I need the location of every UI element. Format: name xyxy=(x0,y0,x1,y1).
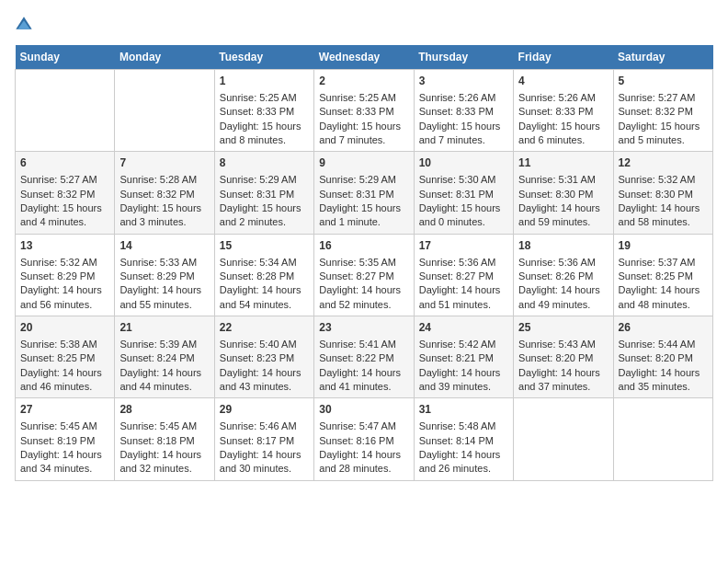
day-info: Sunset: 8:29 PM xyxy=(119,270,209,283)
day-info: Sunset: 8:30 PM xyxy=(619,188,708,201)
day-number: 24 xyxy=(419,320,508,336)
day-info: Daylight: 14 hours and 58 minutes. xyxy=(619,201,708,230)
day-info: Sunrise: 5:32 AM xyxy=(619,173,708,187)
day-info: Daylight: 14 hours and 55 minutes. xyxy=(119,283,209,312)
day-number: 17 xyxy=(419,238,508,254)
day-info: Daylight: 14 hours and 32 minutes. xyxy=(119,448,209,477)
week-row-4: 20Sunrise: 5:38 AMSunset: 8:25 PMDayligh… xyxy=(16,316,713,398)
day-number: 11 xyxy=(518,155,608,171)
calendar-cell: 6Sunrise: 5:27 AMSunset: 8:32 PMDaylight… xyxy=(16,152,115,234)
week-row-1: 1Sunrise: 5:25 AMSunset: 8:33 PMDaylight… xyxy=(16,70,713,152)
day-info: Sunset: 8:24 PM xyxy=(119,351,209,365)
calendar-cell xyxy=(613,398,712,480)
day-info: Sunrise: 5:47 AM xyxy=(319,419,408,433)
day-number: 15 xyxy=(220,238,309,254)
day-info: Sunrise: 5:45 AM xyxy=(20,419,109,433)
calendar-cell: 3Sunrise: 5:26 AMSunset: 8:33 PMDaylight… xyxy=(414,70,513,152)
calendar-cell: 18Sunrise: 5:36 AMSunset: 8:26 PMDayligh… xyxy=(514,234,613,316)
day-header-sunday: Sunday xyxy=(16,45,115,70)
day-info: Daylight: 15 hours and 8 minutes. xyxy=(220,120,309,148)
day-info: Sunset: 8:20 PM xyxy=(619,351,708,365)
day-header-monday: Monday xyxy=(115,45,214,70)
day-info: Sunset: 8:16 PM xyxy=(319,434,408,448)
day-info: Daylight: 14 hours and 54 minutes. xyxy=(220,283,309,312)
day-number: 13 xyxy=(20,238,109,254)
day-info: Sunset: 8:26 PM xyxy=(518,270,608,283)
day-info: Sunrise: 5:38 AM xyxy=(20,338,109,351)
day-info: Sunrise: 5:42 AM xyxy=(419,338,508,351)
day-info: Daylight: 14 hours and 43 minutes. xyxy=(220,366,309,395)
day-info: Sunset: 8:14 PM xyxy=(419,434,508,448)
calendar-cell: 26Sunrise: 5:44 AMSunset: 8:20 PMDayligh… xyxy=(613,316,712,398)
day-number: 14 xyxy=(119,238,209,254)
calendar-cell: 13Sunrise: 5:32 AMSunset: 8:29 PMDayligh… xyxy=(16,234,115,316)
calendar-table: SundayMondayTuesdayWednesdayThursdayFrid… xyxy=(15,45,713,481)
day-info: Sunrise: 5:33 AM xyxy=(119,256,209,270)
day-info: Sunset: 8:19 PM xyxy=(20,434,109,448)
day-number: 8 xyxy=(220,155,309,171)
day-info: Sunset: 8:29 PM xyxy=(20,270,109,283)
day-info: Daylight: 14 hours and 46 minutes. xyxy=(20,366,109,395)
day-info: Daylight: 15 hours and 3 minutes. xyxy=(119,201,209,230)
day-number: 25 xyxy=(518,320,608,336)
calendar-cell: 8Sunrise: 5:29 AMSunset: 8:31 PMDaylight… xyxy=(214,152,313,234)
week-row-2: 6Sunrise: 5:27 AMSunset: 8:32 PMDaylight… xyxy=(16,152,713,234)
day-number: 26 xyxy=(619,320,708,336)
day-number: 23 xyxy=(319,320,408,336)
calendar-cell: 28Sunrise: 5:45 AMSunset: 8:18 PMDayligh… xyxy=(115,398,214,480)
day-number: 4 xyxy=(518,74,608,89)
calendar-cell: 29Sunrise: 5:46 AMSunset: 8:17 PMDayligh… xyxy=(214,398,313,480)
calendar-cell: 23Sunrise: 5:41 AMSunset: 8:22 PMDayligh… xyxy=(314,316,414,398)
day-number: 31 xyxy=(419,402,508,418)
day-info: Sunset: 8:21 PM xyxy=(419,351,508,365)
day-info: Daylight: 15 hours and 4 minutes. xyxy=(20,201,109,230)
day-info: Daylight: 15 hours and 1 minute. xyxy=(319,201,408,230)
day-info: Daylight: 14 hours and 26 minutes. xyxy=(419,448,508,477)
day-info: Sunrise: 5:26 AM xyxy=(419,91,508,105)
calendar-cell xyxy=(115,70,214,152)
day-header-friday: Friday xyxy=(514,45,613,70)
day-info: Sunrise: 5:29 AM xyxy=(319,173,408,187)
day-info: Daylight: 14 hours and 34 minutes. xyxy=(20,448,109,477)
day-info: Sunrise: 5:29 AM xyxy=(220,173,309,187)
day-info: Sunrise: 5:27 AM xyxy=(619,91,708,105)
day-info: Sunset: 8:31 PM xyxy=(319,188,408,201)
day-info: Sunrise: 5:26 AM xyxy=(518,91,608,105)
day-info: Sunset: 8:32 PM xyxy=(20,188,109,201)
calendar-body: 1Sunrise: 5:25 AMSunset: 8:33 PMDaylight… xyxy=(16,70,713,481)
header xyxy=(15,15,713,34)
day-info: Sunrise: 5:40 AM xyxy=(220,338,309,351)
day-info: Sunrise: 5:35 AM xyxy=(319,256,408,270)
calendar-cell: 7Sunrise: 5:28 AMSunset: 8:32 PMDaylight… xyxy=(115,152,214,234)
calendar-cell: 22Sunrise: 5:40 AMSunset: 8:23 PMDayligh… xyxy=(214,316,313,398)
calendar-cell: 24Sunrise: 5:42 AMSunset: 8:21 PMDayligh… xyxy=(414,316,513,398)
day-info: Sunrise: 5:30 AM xyxy=(419,173,508,187)
day-info: Sunrise: 5:46 AM xyxy=(220,419,309,433)
day-info: Daylight: 14 hours and 51 minutes. xyxy=(419,283,508,312)
day-info: Daylight: 15 hours and 7 minutes. xyxy=(419,120,508,148)
day-info: Daylight: 15 hours and 6 minutes. xyxy=(518,120,608,148)
day-header-thursday: Thursday xyxy=(414,45,513,70)
day-number: 29 xyxy=(220,402,309,418)
day-number: 21 xyxy=(119,320,209,336)
day-info: Sunset: 8:33 PM xyxy=(419,105,508,119)
day-info: Sunset: 8:28 PM xyxy=(220,270,309,283)
calendar-cell: 14Sunrise: 5:33 AMSunset: 8:29 PMDayligh… xyxy=(115,234,214,316)
calendar-cell: 25Sunrise: 5:43 AMSunset: 8:20 PMDayligh… xyxy=(514,316,613,398)
logo-icon xyxy=(15,16,33,34)
day-number: 19 xyxy=(619,238,708,254)
calendar-cell: 9Sunrise: 5:29 AMSunset: 8:31 PMDaylight… xyxy=(314,152,414,234)
day-number: 20 xyxy=(20,320,109,336)
day-info: Sunset: 8:31 PM xyxy=(419,188,508,201)
day-info: Sunset: 8:33 PM xyxy=(220,105,309,119)
day-number: 1 xyxy=(220,74,309,89)
day-info: Sunrise: 5:39 AM xyxy=(119,338,209,351)
day-info: Sunset: 8:27 PM xyxy=(319,270,408,283)
day-info: Sunset: 8:27 PM xyxy=(419,270,508,283)
day-info: Daylight: 15 hours and 0 minutes. xyxy=(419,201,508,230)
day-number: 2 xyxy=(319,74,408,89)
day-number: 28 xyxy=(119,402,209,418)
day-info: Sunset: 8:23 PM xyxy=(220,351,309,365)
day-info: Daylight: 14 hours and 35 minutes. xyxy=(619,366,708,395)
calendar-cell: 15Sunrise: 5:34 AMSunset: 8:28 PMDayligh… xyxy=(214,234,313,316)
